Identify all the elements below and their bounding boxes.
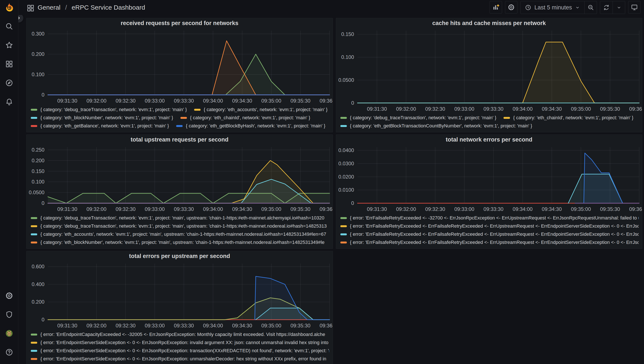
svg-text:0: 0 [42, 92, 44, 98]
svg-text:0.200: 0.200 [32, 299, 44, 305]
svg-text:09:35:30: 09:35:30 [600, 106, 620, 112]
svg-text:09:36:00: 09:36:00 [320, 98, 333, 104]
breadcrumb-folder[interactable]: General [38, 4, 60, 11]
svg-text:0: 0 [351, 200, 354, 206]
cycle-view-mode-button[interactable] [628, 1, 640, 14]
panel-title[interactable]: total upstream requests per second [26, 135, 333, 144]
time-series-chart[interactable]: 09:31:3009:32:0009:32:3009:33:0009:33:30… [26, 261, 332, 330]
svg-text:09:31:30: 09:31:30 [57, 98, 77, 104]
legend-swatch [31, 342, 37, 344]
svg-text:09:31:30: 09:31:30 [57, 206, 77, 212]
legend-swatch [31, 225, 37, 227]
svg-text:09:32:00: 09:32:00 [86, 98, 106, 104]
panel-received-requests: received requests per second for network… [26, 18, 333, 132]
time-range-picker[interactable]: Last 5 minutes [521, 1, 584, 14]
svg-text:0: 0 [351, 100, 354, 106]
legend-item[interactable]: { category: 'eth_getBlockTransactionCoun… [340, 122, 532, 130]
legend-item[interactable]: { error: 'ErrFailsafeRetryExceeded <- -3… [340, 214, 639, 222]
configuration-gear-icon[interactable] [5, 292, 13, 300]
legend-label: { category: 'eth_blockNumber', network: … [40, 115, 173, 121]
refresh-button[interactable] [600, 1, 612, 14]
time-series-chart[interactable]: 09:31:3009:32:0009:32:3009:33:0009:33:30… [336, 28, 642, 113]
svg-text:09:32:00: 09:32:00 [396, 206, 416, 212]
time-series-chart[interactable]: 09:31:3009:32:0009:32:3009:33:0009:33:30… [26, 28, 332, 105]
dashboard-settings-button[interactable] [505, 1, 518, 14]
chart-legend: { category: 'debug_traceTransaction', ne… [26, 105, 333, 132]
alerting-bell-icon[interactable] [5, 98, 13, 106]
legend-swatch [504, 117, 510, 119]
svg-text:0.400: 0.400 [32, 281, 44, 287]
breadcrumb: General / eRPC Service Dashboard [26, 4, 145, 11]
legend-item[interactable]: { error: 'ErrFailsafeRetryExceeded <- Er… [340, 230, 639, 238]
legend-item[interactable]: { category: 'debug_traceTransaction', ne… [31, 214, 329, 222]
svg-text:09:34:30: 09:34:30 [232, 323, 252, 328]
page-title[interactable]: eRPC Service Dashboard [72, 4, 145, 11]
legend-item[interactable]: { category: 'eth_getBlockByHash', networ… [176, 122, 326, 130]
legend-item[interactable]: { error: 'ErrEndpointServerSideException… [31, 347, 329, 355]
chart-legend: { error: 'ErrEndpointCapacityExceeded <-… [26, 330, 333, 364]
time-series-chart[interactable]: 09:31:3009:32:0009:32:3009:33:0009:33:30… [336, 144, 642, 214]
zoom-out-button[interactable] [584, 1, 597, 14]
legend-item[interactable]: { error: 'ErrEndpointCapacityExceeded <-… [31, 330, 329, 338]
svg-text:09:34:00: 09:34:00 [512, 206, 532, 212]
legend-swatch [31, 358, 37, 360]
panel-network-errors: total network errors per second 09:31:30… [336, 134, 642, 249]
panel-title[interactable]: total network errors per second [336, 135, 642, 144]
star-icon[interactable] [5, 41, 13, 49]
svg-text:09:31:30: 09:31:30 [367, 206, 387, 212]
svg-text:09:34:30: 09:34:30 [542, 106, 562, 112]
legend-swatch [31, 233, 37, 235]
svg-text:09:36:00: 09:36:00 [629, 206, 642, 212]
legend-item[interactable]: { category: 'eth_blockNumber', network: … [31, 238, 329, 246]
legend-item[interactable]: { category: 'debug_traceTransaction', ne… [340, 114, 496, 122]
svg-text:09:34:30: 09:34:30 [232, 206, 252, 212]
legend-item[interactable]: { category: 'eth_blockNumber', network: … [31, 114, 173, 122]
panel-upstream-requests: total upstream requests per second 09:31… [26, 134, 333, 249]
legend-swatch [31, 242, 37, 243]
legend-swatch [176, 125, 182, 127]
svg-text:09:34:30: 09:34:30 [232, 98, 252, 104]
time-series-chart[interactable]: 09:31:3009:32:0009:32:3009:33:0009:33:30… [26, 144, 332, 214]
legend-item[interactable]: { category: 'debug_traceTransaction', ne… [31, 222, 329, 230]
legend-label: { category: 'eth_accounts', network: 'ev… [204, 107, 328, 112]
explore-compass-icon[interactable] [5, 79, 13, 87]
dashboards-apps-icon[interactable] [5, 60, 13, 68]
legend-swatch [31, 109, 37, 111]
legend-item[interactable]: { category: 'debug_traceTransaction', ne… [31, 106, 187, 114]
avatar[interactable] [5, 329, 13, 337]
add-panel-button[interactable] [490, 1, 502, 14]
panel-title[interactable]: received requests per second for network… [26, 18, 333, 28]
dashboard-grid-icon [26, 4, 33, 11]
help-icon[interactable] [5, 348, 13, 356]
legend-item[interactable]: { category: 'eth_accounts', network: 'ev… [194, 106, 328, 114]
legend-swatch [31, 217, 37, 219]
legend-item[interactable]: { error: 'ErrFailsafeRetryExceeded <- Er… [340, 238, 639, 246]
refresh-interval-dropdown[interactable] [612, 1, 625, 14]
legend-item[interactable]: { error: 'ErrFailsafeRetryExceeded <- Er… [340, 222, 639, 230]
chart-legend: { category: 'debug_traceTransaction', ne… [26, 214, 333, 249]
legend-item[interactable]: { category: 'eth_chainId', network: 'evm… [504, 114, 633, 122]
legend-label: { error: 'ErrFailsafeRetryExceeded <- -3… [350, 215, 639, 221]
svg-text:0: 0 [42, 317, 44, 322]
topbar-controls: Last 5 minutes [487, 1, 640, 14]
legend-swatch [194, 109, 200, 111]
svg-text:09:35:30: 09:35:30 [290, 206, 310, 212]
legend-item[interactable]: { category: 'eth_chainId', network: 'evm… [180, 114, 310, 122]
svg-text:09:35:00: 09:35:00 [571, 206, 591, 212]
search-icon[interactable] [5, 22, 13, 30]
legend-label: { error: 'ErrEndpointServerSideException… [40, 340, 328, 345]
svg-text:09:35:00: 09:35:00 [261, 323, 281, 328]
svg-text:09:32:30: 09:32:30 [116, 206, 136, 212]
admin-shield-icon[interactable] [5, 310, 13, 319]
legend-item[interactable]: { category: 'eth_accounts', network: 'ev… [31, 230, 329, 238]
grafana-logo[interactable] [4, 2, 14, 13]
legend-item[interactable]: { error: 'ErrEndpointServerSideException… [31, 338, 329, 347]
svg-text:09:32:30: 09:32:30 [425, 106, 445, 112]
legend-item[interactable]: { category: 'eth_getBalance', network: '… [31, 122, 169, 130]
panel-title[interactable]: cache hits and cache misses per network [336, 18, 642, 28]
svg-text:0.100: 0.100 [341, 54, 354, 60]
chevron-down-icon [616, 5, 622, 10]
panel-title[interactable]: total errors per upstream per second [26, 251, 333, 261]
legend-item[interactable]: { error: 'ErrEndpointServerSideException… [31, 355, 329, 363]
svg-text:0.150: 0.150 [32, 168, 44, 174]
